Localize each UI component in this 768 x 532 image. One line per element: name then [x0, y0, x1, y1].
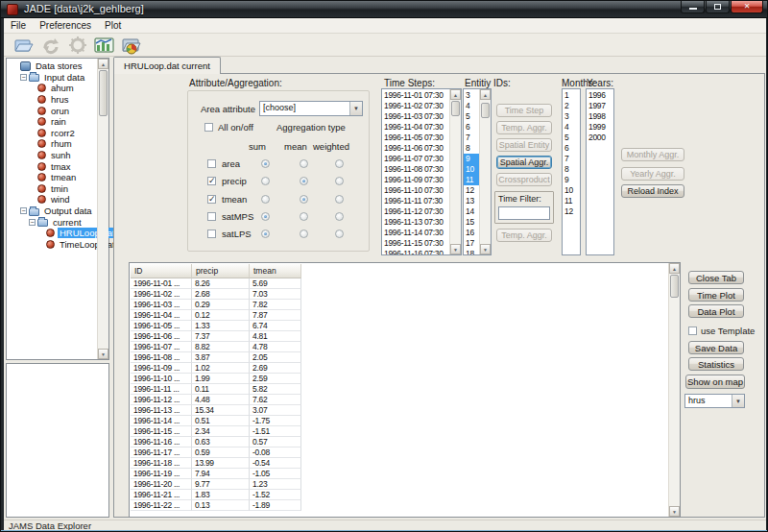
- tree-scrollbar[interactable]: ▲ ▼: [97, 59, 108, 359]
- tree-item-tmin[interactable]: tmin: [8, 183, 96, 195]
- time-step-item[interactable]: 1996-11-10 07:30: [382, 185, 449, 196]
- tree-expander-icon[interactable]: −: [29, 219, 36, 226]
- minimize-button[interactable]: [681, 1, 705, 13]
- scroll-up-icon[interactable]: ▲: [669, 263, 680, 274]
- entity-id-item[interactable]: 14: [464, 206, 479, 217]
- time-step-item[interactable]: 1996-11-15 07:30: [382, 238, 449, 249]
- entity-id-item[interactable]: 3: [464, 90, 479, 101]
- time-steps-scrollbar-thumb[interactable]: [451, 101, 460, 116]
- time-step-item[interactable]: 1996-11-07 07:30: [382, 154, 449, 164]
- show-on-map-button[interactable]: Show on map: [685, 375, 745, 389]
- tree-item-input-data[interactable]: −Input data: [8, 72, 96, 84]
- tree-item-output-data[interactable]: −Output data: [8, 206, 96, 217]
- month-item[interactable]: 10: [563, 185, 580, 196]
- month-item[interactable]: 6: [563, 143, 580, 154]
- tab-hruloop-current[interactable]: HRULoop.dat current: [113, 57, 221, 74]
- table-column-header[interactable]: tmean: [250, 264, 301, 278]
- time-step-item[interactable]: 1996-11-02 07:30: [382, 101, 449, 111]
- month-item[interactable]: 9: [563, 175, 580, 185]
- tree-item-ahum[interactable]: ahum: [8, 83, 96, 94]
- scroll-down-icon[interactable]: ▼: [669, 506, 680, 517]
- tree-item-tmean[interactable]: tmean: [8, 172, 96, 183]
- all-onoff-checkbox[interactable]: [204, 123, 213, 132]
- time-step-item[interactable]: 1996-11-12 07:30: [382, 206, 449, 217]
- month-item[interactable]: 12: [563, 206, 580, 217]
- time-step-button[interactable]: Time Step: [496, 104, 552, 117]
- monthly-aggr-button[interactable]: Monthly Aggr.: [621, 148, 684, 161]
- checkbox-precip[interactable]: [207, 177, 216, 185]
- radio-precip-sum[interactable]: [261, 177, 270, 185]
- scroll-up-icon[interactable]: ▲: [450, 89, 461, 100]
- radio-satLPS-mean[interactable]: [300, 230, 308, 238]
- spatial-aggr-button[interactable]: Spatial Aggr.: [496, 156, 552, 169]
- entity-id-item[interactable]: 15: [464, 217, 479, 228]
- entity-id-item[interactable]: 12: [464, 185, 479, 196]
- time-step-item[interactable]: 1996-11-11 07:30: [382, 196, 449, 206]
- scroll-down-icon[interactable]: ▼: [480, 244, 491, 254]
- table-row[interactable]: 1996-11-01 ...8.265.69: [131, 278, 301, 289]
- entity-ids-scrollbar-thumb[interactable]: [481, 103, 490, 118]
- table-row[interactable]: 1996-11-12 ...4.487.62: [131, 395, 301, 405]
- table-row[interactable]: 1996-11-21 ...1.83-1.52: [131, 490, 301, 500]
- table-row[interactable]: 1996-11-02 ...2.687.03: [131, 289, 301, 300]
- radio-precip-mean[interactable]: [300, 177, 308, 185]
- radio-area-weighted[interactable]: [335, 159, 344, 168]
- year-item[interactable]: 1997: [587, 101, 613, 111]
- checkbox-tmean[interactable]: [207, 195, 216, 204]
- close-button[interactable]: ✕: [731, 1, 763, 13]
- close-tab-button[interactable]: Close Tab: [688, 271, 744, 284]
- entity-id-item[interactable]: 16: [464, 228, 479, 238]
- table-row[interactable]: 1996-11-10 ...1.992.59: [131, 374, 301, 384]
- month-item[interactable]: 8: [563, 164, 580, 175]
- entity-id-item[interactable]: 13: [464, 196, 479, 206]
- spatial-entity-button[interactable]: Spatial Entity: [496, 138, 552, 152]
- chevron-down-icon[interactable]: ▼: [349, 102, 362, 115]
- year-item[interactable]: 1999: [587, 122, 613, 133]
- open-datastore-button[interactable]: [12, 35, 36, 56]
- table-row[interactable]: 1996-11-14 ...0.51-1.75: [131, 416, 301, 426]
- month-item[interactable]: 4: [563, 122, 580, 133]
- scroll-up-icon[interactable]: ▲: [480, 89, 491, 100]
- radio-tmean-mean[interactable]: [300, 195, 308, 204]
- settings-button[interactable]: [65, 35, 90, 56]
- time-step-item[interactable]: 1996-11-01 07:30: [382, 90, 449, 101]
- chevron-down-icon[interactable]: ▼: [732, 395, 744, 407]
- scroll-down-icon[interactable]: ▼: [450, 244, 461, 254]
- table-row[interactable]: 1996-11-13 ...15.343.07: [131, 405, 301, 416]
- entity-id-item[interactable]: 8: [464, 143, 479, 154]
- radio-precip-weighted[interactable]: [335, 177, 344, 185]
- tree-item-hrus[interactable]: hrus: [8, 94, 96, 106]
- table-row[interactable]: 1996-11-09 ...1.022.69: [131, 363, 301, 374]
- radio-tmean-sum[interactable]: [261, 195, 270, 204]
- entity-id-item[interactable]: 17: [464, 238, 479, 249]
- table-row[interactable]: 1996-11-04 ...0.127.87: [131, 310, 301, 321]
- time-steps-scrollbar[interactable]: ▲ ▼: [449, 89, 461, 254]
- table-row[interactable]: 1996-11-16 ...0.630.57: [131, 437, 301, 447]
- tree-item-timeloop-dat[interactable]: TimeLoop.dat: [8, 239, 96, 251]
- entity-id-item[interactable]: 5: [464, 111, 479, 122]
- entity-id-item[interactable]: 10: [464, 164, 479, 175]
- datastore-plot-button[interactable]: [119, 35, 144, 56]
- month-item[interactable]: 2: [563, 101, 580, 111]
- maximize-button[interactable]: [706, 1, 730, 13]
- entity-combobox[interactable]: hrus ▼: [684, 394, 745, 408]
- reload-index-button[interactable]: Reload Index: [621, 184, 684, 198]
- tree-item-rain[interactable]: rain: [8, 116, 96, 128]
- time-step-item[interactable]: 1996-11-05 07:30: [382, 133, 449, 143]
- radio-satLPS-sum[interactable]: [261, 230, 270, 238]
- table-column-header[interactable]: ID: [131, 264, 192, 278]
- table-row[interactable]: 1996-11-11 ...0.115.82: [131, 384, 301, 395]
- tree-item-current[interactable]: −current: [8, 216, 96, 228]
- tree-item-rhum[interactable]: rhum: [8, 138, 96, 150]
- radio-satMPS-sum[interactable]: [261, 212, 270, 221]
- month-item[interactable]: 7: [563, 154, 580, 164]
- tree-item-hruloop-dat[interactable]: HRULoop.dat: [8, 228, 96, 239]
- month-item[interactable]: 11: [563, 196, 580, 206]
- crossproduct-button[interactable]: Crossproduct: [496, 173, 552, 186]
- entity-id-item[interactable]: 7: [464, 133, 479, 143]
- time-plot-button[interactable]: Time Plot: [688, 288, 744, 302]
- area-attribute-combobox[interactable]: [choose] ▼: [259, 101, 363, 116]
- table-row[interactable]: 1996-11-15 ...2.34-1.51: [131, 426, 301, 437]
- scroll-up-icon[interactable]: ▲: [98, 59, 108, 69]
- table-row[interactable]: 1996-11-20 ...9.771.23: [131, 479, 301, 490]
